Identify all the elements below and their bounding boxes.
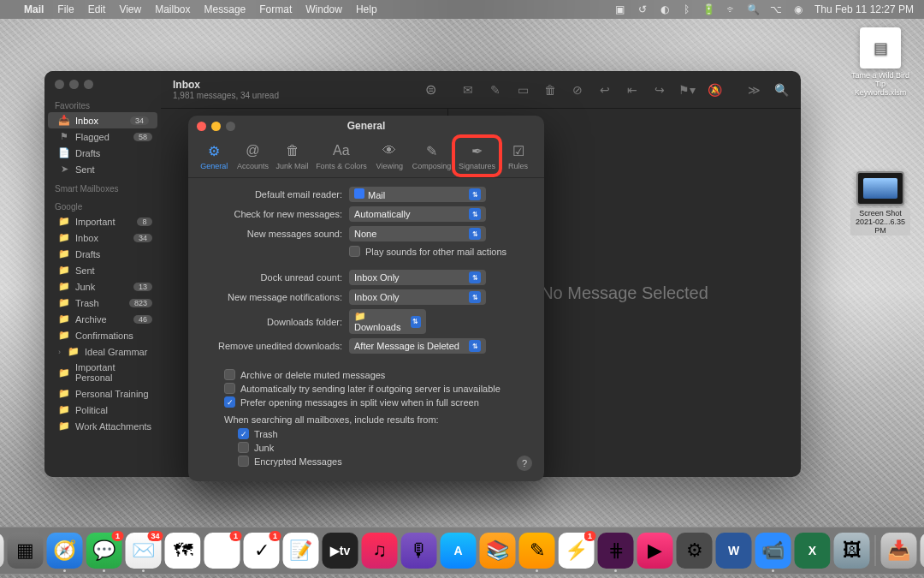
dock-app-6[interactable]: 111 xyxy=(204,533,240,569)
status-zoom-icon[interactable]: ▣ xyxy=(614,3,626,15)
sidebar-item-important-personal[interactable]: 📁Important Personal xyxy=(44,360,161,385)
sidebar-item-trash[interactable]: 📁Trash823 xyxy=(44,295,161,311)
prefs-tab-accounts[interactable]: @Accounts xyxy=(234,140,272,172)
sidebar-item-junk[interactable]: 📁Junk13 xyxy=(44,278,161,295)
dock-app-12[interactable]: A xyxy=(441,533,477,569)
sidebar-item-archive[interactable]: 📁Archive46 xyxy=(44,311,161,327)
dock-app-21[interactable]: X xyxy=(795,533,831,569)
sidebar-item-confirmations[interactable]: 📁Confirmations xyxy=(44,327,161,343)
dock-app-0[interactable]: 😀 xyxy=(0,533,4,569)
dock-app-9[interactable]: ▶tv xyxy=(323,533,358,569)
dock-app-7[interactable]: ✓1 xyxy=(244,533,280,569)
split-view-checkbox[interactable]: ✓ xyxy=(224,396,235,408)
dock-app-19[interactable]: W xyxy=(716,533,752,569)
minimize-button[interactable] xyxy=(211,122,221,131)
menu-mailbox[interactable]: Mailbox xyxy=(155,3,190,15)
sidebar-item-sent[interactable]: ➤Sent xyxy=(44,161,161,177)
menu-format[interactable]: Format xyxy=(259,3,292,15)
minimize-button[interactable] xyxy=(69,80,79,89)
dock-app-15[interactable]: ⚡1 xyxy=(559,533,595,569)
prefs-tab-general[interactable]: ⚙General xyxy=(195,140,233,172)
archive-icon[interactable]: ▭ xyxy=(515,82,530,98)
include-encrypted-checkbox[interactable] xyxy=(238,456,249,467)
downloads-select[interactable]: 📁 Downloads⇅ xyxy=(349,309,426,334)
prefs-tab-viewing[interactable]: 👁Viewing xyxy=(370,140,408,172)
app-menu[interactable]: Mail xyxy=(24,3,44,15)
sidebar-item-drafts[interactable]: 📁Drafts xyxy=(44,246,161,262)
menubar-clock[interactable]: Thu Feb 11 12:27 PM xyxy=(814,3,914,15)
dock-app-22[interactable]: 🖼 xyxy=(834,533,870,569)
sidebar-item-sent[interactable]: 📁Sent xyxy=(44,262,161,278)
get-mail-icon[interactable]: ✉ xyxy=(460,82,476,98)
dock-app-2[interactable]: 🧭 xyxy=(47,533,83,569)
dock-trash[interactable]: 🗑 xyxy=(921,533,925,569)
dock-app-8[interactable]: 📝 xyxy=(283,533,319,569)
sidebar-item-inbox[interactable]: 📁Inbox34 xyxy=(44,229,161,246)
junk-icon[interactable]: ⊘ xyxy=(570,82,585,98)
reply-icon[interactable]: ↩ xyxy=(597,82,613,98)
desktop-file-screenshot[interactable]: Screen Shot 2021-02...6.35 PM xyxy=(850,171,910,235)
prefs-tab-junk-mail[interactable]: 🗑Junk Mail xyxy=(273,140,312,172)
include-junk-checkbox[interactable] xyxy=(238,442,249,453)
prefs-tab-composing[interactable]: ✎Composing xyxy=(409,140,455,172)
play-sounds-checkbox[interactable] xyxy=(349,246,360,257)
close-button[interactable] xyxy=(197,122,206,131)
dock-app-3[interactable]: 💬1 xyxy=(86,533,122,569)
reply-all-icon[interactable]: ⇤ xyxy=(625,82,640,98)
prefs-tab-fonts-colors[interactable]: AaFonts & Colors xyxy=(312,140,370,172)
menu-help[interactable]: Help xyxy=(356,3,377,15)
sidebar-item-drafts[interactable]: 📄Drafts xyxy=(44,145,161,161)
sound-select[interactable]: None⇅ xyxy=(349,226,486,241)
status-siri-icon[interactable]: ◉ xyxy=(792,3,804,15)
notifications-select[interactable]: Inbox Only⇅ xyxy=(349,289,486,305)
status-battery-icon[interactable]: 🔋 xyxy=(703,3,715,15)
zoom-button[interactable] xyxy=(84,80,93,89)
check-messages-select[interactable]: Automatically⇅ xyxy=(349,206,486,222)
dock-app-13[interactable]: 📚 xyxy=(480,533,516,569)
status-sync-icon[interactable]: ↺ xyxy=(637,3,649,15)
dock-count-select[interactable]: Inbox Only⇅ xyxy=(349,270,486,285)
dock-app-4[interactable]: ✉️34 xyxy=(126,533,162,569)
dock-app-20[interactable]: 📹 xyxy=(755,533,791,569)
zoom-button[interactable] xyxy=(226,122,235,131)
help-button[interactable]: ? xyxy=(517,456,532,471)
default-reader-select[interactable]: Mail⇅ xyxy=(349,187,486,202)
dock-app-10[interactable]: ♫ xyxy=(362,533,398,569)
status-wifi-icon[interactable]: ᯤ xyxy=(726,3,737,15)
sidebar-item-political[interactable]: 📁Political xyxy=(44,402,161,418)
dock-app-17[interactable]: ▶ xyxy=(637,533,673,569)
prefs-tab-signatures[interactable]: ✒Signatures xyxy=(455,140,499,172)
sidebar-item-important[interactable]: 📁Important8 xyxy=(44,213,161,229)
flag-icon[interactable]: ⚑▾ xyxy=(679,82,695,98)
dock-app-14[interactable]: ✎ xyxy=(519,533,555,569)
dock-app-11[interactable]: 🎙 xyxy=(401,533,437,569)
auto-send-checkbox[interactable] xyxy=(224,383,235,394)
sidebar-item-work-attachments[interactable]: 📁Work Attachments xyxy=(44,418,161,434)
status-bluetooth-icon[interactable]: ᛒ xyxy=(681,3,693,15)
menu-view[interactable]: View xyxy=(119,3,141,15)
menu-file[interactable]: File xyxy=(57,3,74,15)
status-search-icon[interactable]: 🔍 xyxy=(748,3,760,15)
sidebar-item-personal-training[interactable]: 📁Personal Training xyxy=(44,385,161,402)
status-display-icon[interactable]: ◐ xyxy=(659,3,671,15)
search-icon[interactable]: 🔍 xyxy=(773,82,789,98)
dock-app-5[interactable]: 🗺 xyxy=(165,533,201,569)
dock-downloads[interactable]: 📥 xyxy=(881,533,917,569)
status-control-center-icon[interactable]: ⌥ xyxy=(770,3,782,15)
dock-app-18[interactable]: ⚙ xyxy=(677,533,713,569)
close-button[interactable] xyxy=(55,80,64,89)
delete-icon[interactable]: 🗑 xyxy=(542,82,558,98)
desktop-file-xlsm[interactable]: ▤ Tame a Wild Bird Tip Keywords.xlsm xyxy=(850,27,910,97)
share-icon[interactable]: ≫ xyxy=(746,82,761,98)
archive-muted-checkbox[interactable] xyxy=(224,369,235,380)
menu-edit[interactable]: Edit xyxy=(88,3,106,15)
filter-icon[interactable]: ⊜ xyxy=(425,81,436,98)
menu-message[interactable]: Message xyxy=(204,3,246,15)
remove-downloads-select[interactable]: After Message is Deleted⇅ xyxy=(349,338,486,354)
dock-app-1[interactable]: ▦ xyxy=(8,533,44,569)
mute-icon[interactable]: 🔕 xyxy=(707,82,722,98)
compose-icon[interactable]: ✎ xyxy=(488,82,503,98)
sidebar-item-flagged[interactable]: ⚑Flagged58 xyxy=(44,128,161,145)
sidebar-item-inbox[interactable]: 📥Inbox34 xyxy=(48,112,157,128)
include-trash-checkbox[interactable]: ✓ xyxy=(238,428,249,439)
